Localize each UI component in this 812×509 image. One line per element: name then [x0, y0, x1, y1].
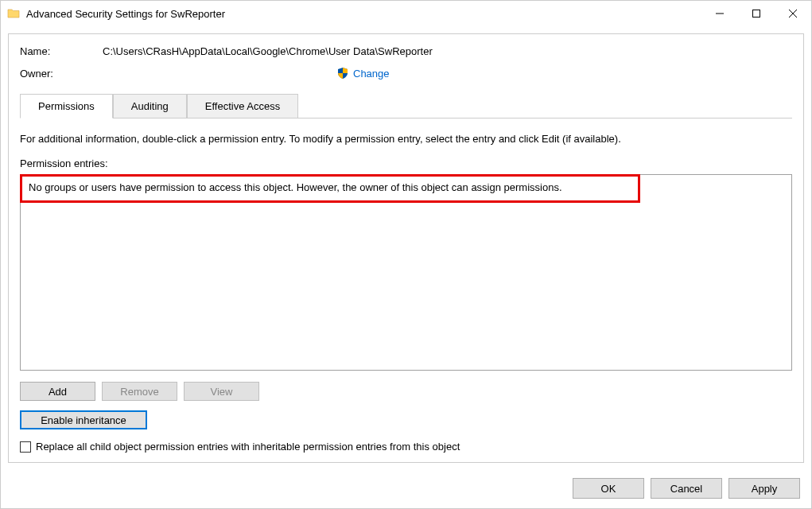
permission-entries-message: No groups or users have permission to ac… [21, 175, 791, 200]
tab-effective-access[interactable]: Effective Access [187, 94, 298, 118]
enable-inheritance-row: Enable inheritance [20, 410, 792, 429]
name-row: Name: C:\Users\CRasH\AppData\Local\Googl… [20, 45, 792, 57]
maximize-button[interactable] [738, 1, 775, 26]
permission-entries-label: Permission entries: [20, 157, 792, 169]
remove-button: Remove [102, 382, 177, 401]
permission-entries-list[interactable]: No groups or users have permission to ac… [20, 174, 792, 371]
close-button[interactable] [775, 1, 811, 26]
name-value: C:\Users\CRasH\AppData\Local\Google\Chro… [103, 45, 433, 57]
shield-icon [336, 67, 349, 80]
replace-checkbox[interactable] [20, 441, 31, 453]
window-controls [701, 1, 811, 26]
folder-icon [7, 7, 20, 20]
replace-checkbox-row: Replace all child object permission entr… [20, 441, 792, 453]
apply-button[interactable]: Apply [728, 478, 800, 499]
replace-checkbox-label[interactable]: Replace all child object permission entr… [36, 441, 460, 453]
ok-button[interactable]: OK [573, 478, 644, 499]
window-title: Advanced Security Settings for SwReporte… [26, 8, 701, 20]
minimize-button[interactable] [701, 1, 738, 26]
entry-buttons-row: Add Remove View [20, 382, 792, 401]
owner-row: Owner: Change [20, 67, 792, 80]
dialog-footer: OK Cancel Apply [1, 470, 811, 508]
svg-rect-1 [753, 10, 760, 17]
cancel-button[interactable]: Cancel [651, 478, 722, 499]
tab-auditing[interactable]: Auditing [113, 94, 187, 118]
main-panel: Name: C:\Users\CRasH\AppData\Local\Googl… [8, 33, 804, 463]
security-settings-window: Advanced Security Settings for SwReporte… [0, 0, 812, 509]
info-text: For additional information, double-click… [20, 133, 792, 145]
titlebar: Advanced Security Settings for SwReporte… [1, 1, 811, 26]
change-owner-link[interactable]: Change [353, 68, 390, 80]
enable-inheritance-button[interactable]: Enable inheritance [20, 410, 147, 429]
view-button: View [184, 382, 259, 401]
add-button[interactable]: Add [20, 382, 95, 401]
tabs: Permissions Auditing Effective Access [20, 94, 792, 119]
name-label: Name: [20, 45, 103, 57]
owner-label: Owner: [20, 68, 103, 80]
tab-permissions[interactable]: Permissions [20, 94, 113, 119]
